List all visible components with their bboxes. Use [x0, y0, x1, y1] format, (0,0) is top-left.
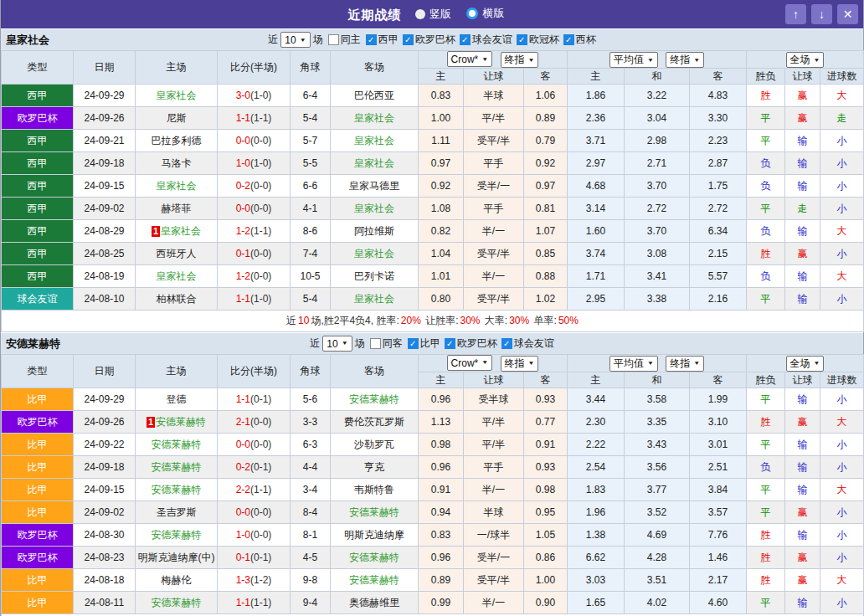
league-checkbox[interactable]: [460, 34, 471, 45]
avg-odds-draw: 3.77: [625, 479, 690, 501]
handicap-odds-away: 0.85: [524, 243, 568, 265]
match-row: 比甲 24-08-18 梅赫伦 1-3(1-2) 9-8 安德莱赫特 0.89 …: [2, 569, 864, 592]
match-row: 欧罗巴杯 24-08-23 明斯克迪纳摩(中) 0-1(0-1) 4-5 安德莱…: [2, 547, 864, 569]
away-team-cell: 费伦茨瓦罗斯: [331, 411, 419, 434]
league-checkbox[interactable]: [563, 34, 574, 45]
result-wdl: 平: [747, 107, 785, 130]
home-team: 安德莱赫特: [156, 416, 206, 428]
halftime-score: (0-1): [250, 461, 271, 473]
handicap-odds-home: 0.96: [419, 547, 464, 569]
home-team-cell: 皇家社会: [136, 175, 218, 198]
league-checkbox[interactable]: [501, 338, 512, 349]
handicap-time-select[interactable]: 终指▼: [501, 356, 539, 372]
avg-odds-away: 3.57: [690, 501, 747, 524]
europe-odds-group-header: 平均值▼ 终指▼: [568, 355, 747, 372]
home-team-cell: 1皇家社会: [136, 220, 218, 243]
fulltime-score: 0-2: [236, 180, 250, 192]
league-type-badge: 比甲: [2, 479, 74, 501]
league-filter-item[interactable]: 球会友谊: [460, 33, 512, 47]
league-checkbox[interactable]: [445, 338, 455, 349]
away-team: 皇家社会: [354, 293, 394, 305]
league-checkbox[interactable]: [517, 34, 527, 45]
odds-time-select[interactable]: 终指▼: [666, 356, 704, 372]
avg-odds-away: 4.83: [690, 85, 747, 107]
match-date: 24-08-29: [74, 220, 136, 243]
horizontal-layout-radio[interactable]: 横版: [466, 6, 504, 21]
home-team-cell: 1安德莱赫特: [136, 411, 218, 434]
radio-icon[interactable]: [415, 9, 425, 19]
result-handicap: 走: [785, 198, 820, 220]
fulltime-score: 1-1: [236, 293, 250, 305]
result-overunder: 小: [820, 388, 864, 411]
bookmaker-select[interactable]: Crow*▼: [447, 355, 493, 371]
section-bar: 安德莱赫特 近 10 ▼ 场 同客 比甲 欧罗巴杯 球会友谊: [1, 332, 863, 354]
match-row: 西甲 24-09-29 皇家社会 3-0(1-0) 6-4 巴伦西亚 0.83 …: [2, 85, 864, 107]
vertical-layout-radio[interactable]: 竖版: [415, 7, 451, 22]
avg-odds-draw: 3.35: [625, 411, 690, 434]
league-type-badge: 比甲: [2, 569, 74, 592]
result-wdl: 胜: [747, 524, 785, 547]
same-venue-checkbox[interactable]: [370, 338, 381, 349]
recent-count-select[interactable]: 10 ▼: [322, 336, 352, 352]
league-filter-item[interactable]: 欧罗巴杯: [445, 336, 497, 351]
avg-odds-home: 6.62: [568, 547, 625, 569]
league-filter-item[interactable]: 欧冠杯: [517, 33, 559, 47]
move-down-button[interactable]: ↓: [811, 4, 832, 24]
handicap-time-select[interactable]: 终指▼: [501, 52, 539, 68]
score-cell: 0-2(0-1): [218, 456, 291, 479]
league-filter-item[interactable]: 西杯: [563, 33, 596, 47]
home-team-cell: 马洛卡: [136, 152, 218, 175]
subcol-handicap-home: 主: [419, 69, 464, 85]
col-corner: 角球: [291, 355, 331, 388]
period-select[interactable]: 全场▼: [786, 356, 825, 372]
bookmaker-select[interactable]: Crow*▼: [447, 51, 493, 67]
league-checkbox[interactable]: [403, 34, 414, 45]
home-team-cell: 安德莱赫特: [136, 479, 218, 501]
match-row: 西甲 24-09-18 马洛卡 1-0(1-0) 5-5 皇家社会 0.97 平…: [2, 152, 864, 175]
odds-time-select[interactable]: 终指▼: [666, 52, 704, 68]
result-wdl: 平: [747, 592, 785, 614]
away-team-cell: 沙勒罗瓦: [331, 434, 419, 456]
avg-odds-away: 7.76: [690, 524, 747, 547]
avg-odds-draw: 3.52: [625, 501, 690, 524]
avg-odds-home: 1.65: [568, 592, 625, 614]
average-odds-select[interactable]: 平均值▼: [609, 52, 658, 68]
away-team-cell: 皇家社会: [331, 288, 419, 311]
away-team-cell: 明斯克迪纳摩: [331, 524, 419, 547]
avg-odds-away: 3.10: [690, 411, 747, 434]
period-select[interactable]: 全场▼: [786, 52, 825, 68]
same-venue-checkbox[interactable]: [328, 34, 339, 45]
home-team-cell: 皇家社会: [136, 265, 218, 288]
league-filter-item[interactable]: 西甲: [366, 33, 399, 47]
result-overunder: 大: [820, 265, 864, 288]
league-filter-item[interactable]: 球会友谊: [501, 336, 554, 351]
same-venue-filter[interactable]: 同主: [328, 33, 361, 47]
summary-text: 近10场,胜2平4负4, 胜率:20% 让胜率:30% 大率:30% 单率:50…: [2, 311, 864, 332]
radio-icon[interactable]: [466, 8, 478, 19]
match-row: 比甲 24-09-18 安德莱赫特 0-2(0-1) 4-4 亨克 0.96 平…: [2, 456, 864, 479]
away-team-cell: 安德莱赫特: [331, 547, 419, 569]
match-row: 比甲 24-09-29 登德 1-1(0-1) 5-6 安德莱赫特 0.96 受…: [2, 388, 864, 411]
away-team-cell: 皇家马德里: [331, 175, 419, 198]
close-button[interactable]: ✕: [837, 4, 858, 24]
result-overunder: 小: [820, 434, 864, 456]
same-venue-filter[interactable]: 同客: [370, 336, 403, 351]
league-checkbox[interactable]: [408, 338, 419, 349]
home-team: 安德莱赫特: [152, 439, 202, 450]
league-type-badge: 西甲: [2, 175, 74, 198]
score-cell: 0-0(0-0): [218, 501, 291, 524]
recent-count-select[interactable]: 10 ▼: [280, 32, 310, 48]
league-filter-item[interactable]: 欧罗巴杯: [403, 33, 455, 47]
league-filter-item[interactable]: 比甲: [408, 336, 440, 351]
corner-count: 5-7: [291, 130, 331, 152]
avg-odds-home: 2.54: [568, 456, 625, 479]
subcol-result-handicap: 让球: [785, 372, 820, 388]
away-team: 安德莱赫特: [349, 574, 399, 586]
league-checkbox[interactable]: [366, 34, 377, 45]
average-odds-select[interactable]: 平均值▼: [609, 356, 658, 372]
away-team-cell: 安德莱赫特: [331, 501, 419, 524]
subcol-odds-away: 客: [690, 69, 747, 85]
result-handicap: 输: [785, 524, 820, 547]
league-label: 欧罗巴杯: [457, 336, 497, 351]
move-up-button[interactable]: ↑: [785, 4, 806, 24]
